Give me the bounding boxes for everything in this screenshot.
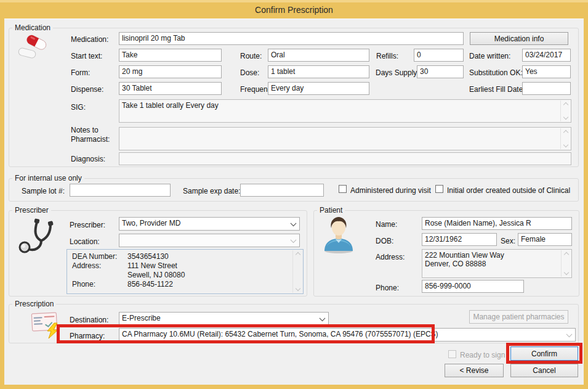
patient-dob-input[interactable]: 12/31/1962 <box>422 233 497 246</box>
start-text-input[interactable]: Take <box>119 49 222 62</box>
refills-input[interactable]: 0 <box>414 49 464 62</box>
prescriber-dropdown-value: Two, Provider MD <box>122 219 180 227</box>
route-input[interactable]: Oral <box>268 49 369 62</box>
patient-phone-input[interactable]: 856-999-0000 <box>422 280 524 293</box>
prescriber-dropdown[interactable]: Two, Provider MD <box>119 217 300 231</box>
patient-address-scroll-arrows[interactable] <box>561 250 571 277</box>
diagnosis-label: Diagnosis: <box>71 155 105 163</box>
chevron-down-icon <box>291 238 296 242</box>
patient-name-input[interactable]: Rose (Maiden Name), Jessica R <box>422 217 572 230</box>
chevron-up-icon <box>563 252 568 257</box>
sig-text: Take 1 tablet orally Every day <box>122 101 219 110</box>
initial-order-outside-clinical-label: Initial order created outside of Clinica… <box>447 186 570 195</box>
prescriber-details-scroll-arrows[interactable] <box>292 250 302 293</box>
dose-label: Dose: <box>240 68 259 77</box>
sample-exp-date-label: Sample exp date: <box>183 187 240 195</box>
earliest-fill-date-input[interactable] <box>522 82 571 95</box>
sig-textarea[interactable]: Take 1 tablet orally Every day <box>119 99 571 123</box>
days-supply-input[interactable]: 30 <box>417 65 464 78</box>
revise-button[interactable]: < Revise <box>445 364 504 377</box>
prescriber-phone-label: Phone: <box>72 280 95 289</box>
sig-scroll-arrows[interactable] <box>560 100 570 121</box>
pharmacy-dropdown-value: CA Pharmacy 10.6MU (Retail): 65432 Caber… <box>122 330 438 338</box>
prescriber-field-label: Prescriber: <box>70 221 105 229</box>
patient-address-textarea[interactable]: 222 Mountian View Way Denver, CO 88888 <box>422 249 572 278</box>
notes-label-line2: Pharmacist: <box>71 135 110 144</box>
start-text-label: Start text: <box>71 52 102 60</box>
earliest-fill-date-label: Earliest Fill Date: <box>469 85 525 94</box>
notes-label-line1: Notes to <box>71 126 99 134</box>
person-icon <box>320 216 357 255</box>
patient-sex-label: Sex: <box>501 237 515 245</box>
prescriber-details-panel[interactable]: DEA Number: 3543654130 Address: 111 New … <box>66 249 304 294</box>
patient-name-label: Name: <box>376 220 397 229</box>
confirm-prescription-dialog: Confirm Prescription Medication Medicati… <box>0 0 588 389</box>
patient-group-label: Patient <box>317 206 345 215</box>
frequency-input[interactable]: Every day <box>268 82 369 95</box>
chevron-down-icon <box>567 332 571 337</box>
sig-label: SIG: <box>71 103 86 112</box>
cancel-button[interactable]: Cancel <box>510 364 578 377</box>
prescriber-address-label: Address: <box>72 261 101 270</box>
patient-phone-label: Phone: <box>376 284 399 292</box>
manage-patient-pharmacies-button[interactable]: Manage patient pharmacies <box>469 310 568 324</box>
sample-lot-label: Sample lot #: <box>22 187 65 195</box>
pharmacy-dropdown[interactable]: CA Pharmacy 10.6MU (Retail): 65432 Caber… <box>119 328 576 342</box>
destination-dropdown[interactable]: E-Prescribe <box>119 312 329 326</box>
medication-info-button[interactable]: Medication info <box>470 32 568 45</box>
notes-to-pharmacist-textarea[interactable] <box>119 127 571 150</box>
prescriber-address-line2: Sewell, NJ 08080 <box>127 271 185 279</box>
ready-to-sign-label: Ready to sign <box>460 351 505 359</box>
refills-label: Refills: <box>376 52 398 60</box>
chevron-down-icon <box>291 221 296 226</box>
internal-use-group-label: For internal use only <box>12 174 84 182</box>
medication-input[interactable]: lisinopril 20 mg Tab <box>119 32 464 45</box>
dose-input[interactable]: 1 tablet <box>268 65 369 78</box>
dialog-title: Confirm Prescription <box>0 0 588 18</box>
chevron-down-icon <box>563 270 568 275</box>
prescriber-phone-value: 856-845-1122 <box>127 280 173 289</box>
location-field-label: Location: <box>70 237 100 246</box>
diagnosis-input[interactable] <box>119 152 571 165</box>
chevron-down-icon <box>563 142 568 147</box>
chevron-down-icon <box>295 286 300 291</box>
dispense-input[interactable]: 30 Tablet <box>119 82 222 95</box>
chevron-up-icon <box>563 130 568 135</box>
destination-label: Destination: <box>70 316 108 324</box>
chevron-up-icon <box>295 252 300 257</box>
patient-address-line1: 222 Mountian View Way <box>425 251 559 260</box>
form-input[interactable]: 20 mg <box>119 65 222 78</box>
stethoscope-icon <box>16 217 57 256</box>
sample-lot-input[interactable] <box>70 184 171 197</box>
chevron-down-icon <box>320 316 324 321</box>
days-supply-label: Days Supply: <box>376 68 419 77</box>
prescription-group-label: Prescription <box>12 300 56 308</box>
date-written-label: Date written: <box>469 52 510 60</box>
substitution-ok-input[interactable]: Yes <box>522 65 571 78</box>
medication-field-label: Medication: <box>71 35 108 44</box>
patient-dob-label: DOB: <box>376 237 393 245</box>
patient-address-line2: Denver, CO 88888 <box>425 260 559 268</box>
sample-exp-date-input[interactable] <box>240 184 324 197</box>
confirm-button[interactable]: Confirm <box>510 346 578 361</box>
rx-pad-lightning-icon <box>28 309 64 339</box>
date-written-input[interactable]: 03/24/2017 <box>522 49 571 62</box>
dispense-label: Dispense: <box>71 85 103 94</box>
administered-during-visit-label: Administered during visit <box>350 186 431 195</box>
substitution-ok-label: Substitution OK: <box>469 68 523 77</box>
dea-number-value: 3543654130 <box>127 252 169 261</box>
destination-dropdown-value: E-Prescribe <box>122 314 161 322</box>
ready-to-sign-checkbox[interactable] <box>448 350 456 358</box>
chevron-down-icon <box>563 115 568 120</box>
chevron-up-icon <box>563 102 568 107</box>
prescriber-group-label: Prescriber <box>12 206 51 215</box>
medication-group-label: Medication <box>12 23 53 32</box>
administered-during-visit-checkbox[interactable] <box>339 185 347 193</box>
notes-scroll-arrows[interactable] <box>560 128 570 149</box>
initial-order-outside-clinical-checkbox[interactable] <box>435 185 443 193</box>
location-dropdown[interactable] <box>119 234 300 247</box>
dea-number-label: DEA Number: <box>72 252 117 261</box>
prescriber-address-line1: 111 New Street <box>127 261 177 270</box>
patient-sex-input[interactable]: Female <box>518 233 572 246</box>
patient-address-label: Address: <box>376 253 405 261</box>
